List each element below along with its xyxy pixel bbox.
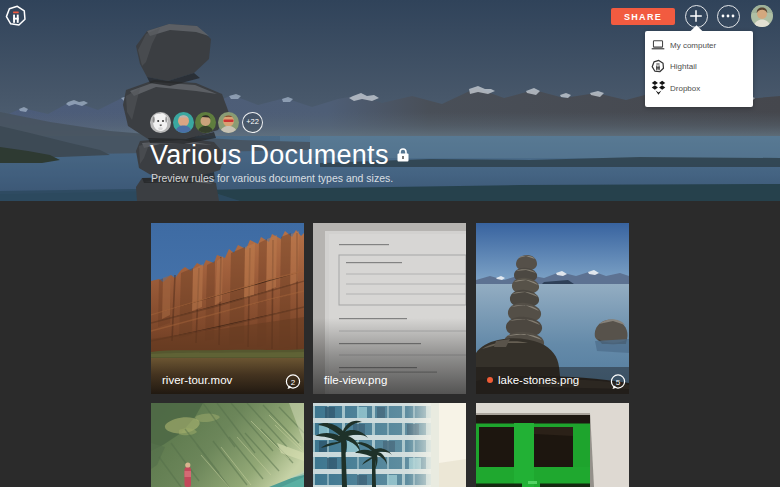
svg-text:2: 2 xyxy=(291,378,296,387)
svg-text:5: 5 xyxy=(616,378,621,387)
